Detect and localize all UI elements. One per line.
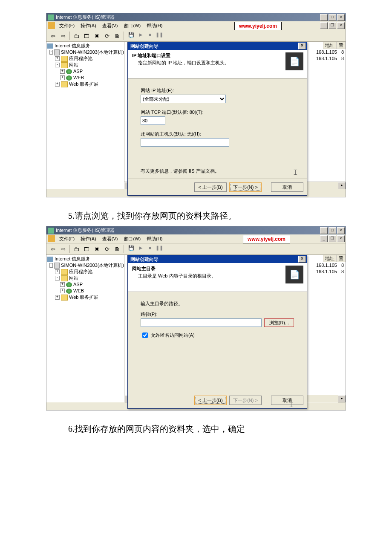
properties-icon[interactable]: 🗔 bbox=[82, 31, 91, 40]
tree-sites[interactable]: -网站 bbox=[47, 62, 124, 68]
mdi-minimize[interactable]: _ bbox=[320, 22, 328, 29]
menu-view[interactable]: 查看(V) bbox=[100, 235, 121, 243]
text-cursor-icon: 𝙸 bbox=[288, 400, 294, 409]
delete-icon[interactable]: ✖ bbox=[92, 31, 101, 40]
tree-asp[interactable]: +ASP bbox=[47, 281, 124, 288]
tree-pane[interactable]: Internet 信息服务 -SIMON-WIN2003(本地计算机) +应用程… bbox=[46, 255, 124, 402]
tree-server[interactable]: -SIMON-WIN2003(本地计算机) bbox=[47, 262, 124, 269]
mdi-close[interactable]: × bbox=[337, 22, 345, 29]
tree-root[interactable]: Internet 信息服务 bbox=[47, 256, 124, 262]
minimize-button[interactable]: _ bbox=[320, 14, 328, 21]
pause-icon[interactable]: ❚❚ bbox=[156, 32, 163, 38]
list-row[interactable]: 168.1.1058 bbox=[314, 56, 346, 62]
stop-icon[interactable]: ■ bbox=[146, 245, 154, 250]
nav-back-icon[interactable]: ⇦ bbox=[48, 244, 58, 254]
stop-icon[interactable]: ■ bbox=[146, 32, 154, 37]
menu-help[interactable]: 帮助(H) bbox=[144, 235, 165, 243]
list-row[interactable]: 168.1.1058 bbox=[314, 263, 346, 269]
list-row[interactable]: 168.1.1058 bbox=[314, 49, 346, 56]
col-op[interactable]: 置 bbox=[337, 42, 346, 49]
menu-file[interactable]: 文件(F) bbox=[57, 235, 77, 243]
menu-view[interactable]: 查看(V) bbox=[100, 22, 121, 30]
path-input[interactable] bbox=[141, 318, 262, 327]
expand-icon[interactable]: + bbox=[55, 269, 60, 274]
expand-icon[interactable]: + bbox=[60, 289, 65, 293]
col-address[interactable]: 地址 bbox=[323, 255, 337, 262]
tree-pane[interactable]: Internet 信息服务 -SIMON-WIN2003(本地计算机) +应用程… bbox=[46, 42, 124, 189]
export-icon[interactable]: 🗎 bbox=[112, 31, 122, 40]
nav-fwd-icon[interactable]: ⇨ bbox=[58, 244, 68, 254]
col-op[interactable]: 置 bbox=[337, 255, 346, 262]
maximize-button[interactable]: □ bbox=[329, 227, 336, 234]
menu-help[interactable]: 帮助(H) bbox=[144, 22, 165, 30]
tree-sites[interactable]: -网站 bbox=[47, 275, 124, 281]
mdi-restore[interactable]: ❐ bbox=[329, 22, 336, 29]
expand-icon[interactable]: - bbox=[49, 50, 53, 55]
refresh-icon[interactable]: ⟳ bbox=[102, 31, 112, 40]
tree-webext[interactable]: +Web 服务扩展 bbox=[47, 81, 124, 87]
nav-fwd-icon[interactable]: ⇨ bbox=[58, 31, 68, 40]
menu-window[interactable]: 窗口(W) bbox=[121, 22, 143, 30]
tree-web[interactable]: +WEB bbox=[47, 288, 124, 294]
tree-server[interactable]: -SIMON-WIN2003(本地计算机) bbox=[47, 49, 124, 55]
wizard-close-button[interactable]: × bbox=[298, 43, 306, 49]
screenshot-iis-wizard-ip: Internet 信息服务(IIS)管理器 _ □ × 文件(F) 操作(A) … bbox=[46, 13, 346, 197]
expand-icon[interactable]: + bbox=[55, 295, 60, 300]
scroll-right-icon[interactable]: ▸ bbox=[338, 182, 346, 189]
expand-icon[interactable]: - bbox=[55, 63, 60, 67]
close-button[interactable]: × bbox=[337, 227, 345, 234]
tree-web[interactable]: +WEB bbox=[47, 75, 124, 81]
allow-anonymous-checkbox[interactable] bbox=[142, 332, 148, 338]
cancel-button[interactable]: 取消 bbox=[271, 396, 303, 405]
mdi-close[interactable]: × bbox=[337, 235, 345, 242]
tcp-port-input[interactable] bbox=[141, 116, 165, 125]
close-button[interactable]: × bbox=[337, 14, 345, 21]
pause-icon[interactable]: ❚❚ bbox=[156, 245, 163, 251]
mdi-restore[interactable]: ❐ bbox=[329, 235, 336, 242]
list-row[interactable]: 168.1.1058 bbox=[314, 269, 346, 275]
refresh-icon[interactable]: ⟳ bbox=[102, 244, 112, 254]
properties-icon[interactable]: 🗔 bbox=[82, 244, 91, 254]
play-icon[interactable]: ▶ bbox=[137, 32, 144, 38]
menu-file[interactable]: 文件(F) bbox=[57, 22, 77, 30]
host-header-input[interactable] bbox=[141, 138, 229, 147]
tree-webext[interactable]: +Web 服务扩展 bbox=[47, 294, 124, 301]
export-icon[interactable]: 🗎 bbox=[112, 244, 122, 254]
ip-address-select[interactable]: (全部未分配) bbox=[141, 95, 226, 103]
tree-root[interactable]: Internet 信息服务 bbox=[47, 43, 124, 49]
play-icon[interactable]: ▶ bbox=[137, 245, 144, 251]
step-6-text: 6.找到你存放的网页内容的资料夹，选中，确定 bbox=[68, 423, 366, 435]
back-button[interactable]: < 上一步(B) bbox=[194, 182, 227, 192]
tree-apppool[interactable]: +应用程序池 bbox=[47, 55, 124, 62]
back-button[interactable]: < 上一步(B) bbox=[194, 396, 227, 405]
maximize-button[interactable]: □ bbox=[329, 14, 336, 21]
expand-icon[interactable]: + bbox=[55, 82, 60, 87]
tree-apppool[interactable]: +应用程序池 bbox=[47, 269, 124, 275]
browse-button[interactable]: 浏览(R)... bbox=[264, 318, 294, 327]
watermark-url: www.yiyelj.com bbox=[243, 235, 290, 243]
tree-asp[interactable]: +ASP bbox=[47, 68, 124, 75]
expand-icon[interactable]: - bbox=[49, 263, 53, 268]
up-icon[interactable]: 🗀 bbox=[72, 244, 81, 254]
scroll-right-icon[interactable]: ▸ bbox=[338, 395, 346, 402]
cancel-button[interactable]: 取消 bbox=[271, 182, 303, 192]
menu-action[interactable]: 操作(A) bbox=[78, 22, 99, 30]
wizard-close-button[interactable]: × bbox=[298, 256, 306, 263]
col-address[interactable]: 地址 bbox=[323, 42, 337, 49]
expand-icon[interactable]: - bbox=[55, 276, 60, 280]
expand-icon[interactable]: + bbox=[60, 75, 65, 80]
minimize-button[interactable]: _ bbox=[320, 227, 328, 234]
up-icon[interactable]: 🗀 bbox=[72, 31, 81, 40]
expand-icon[interactable]: + bbox=[55, 56, 60, 61]
menu-window[interactable]: 窗口(W) bbox=[121, 235, 143, 243]
delete-icon[interactable]: ✖ bbox=[92, 244, 101, 254]
folder-icon bbox=[61, 295, 68, 301]
next-button[interactable]: 下一步(N) > bbox=[229, 182, 262, 192]
save-icon: 💾 bbox=[127, 245, 135, 251]
menu-action[interactable]: 操作(A) bbox=[78, 235, 99, 243]
nav-back-icon[interactable]: ⇦ bbox=[48, 31, 58, 40]
tree-sites-label: 网站 bbox=[69, 62, 78, 68]
expand-icon[interactable]: + bbox=[60, 69, 65, 74]
mdi-minimize[interactable]: _ bbox=[320, 235, 328, 242]
expand-icon[interactable]: + bbox=[60, 282, 65, 287]
